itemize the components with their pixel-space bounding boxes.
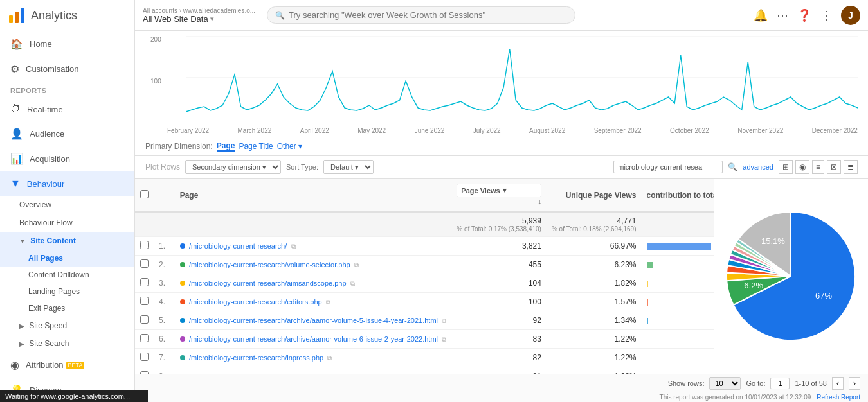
page-link[interactable]: /microbiology-current-research/editors.p… (189, 298, 322, 306)
data-table: Page Page Views ▾ ↓ Unique Page Views c (135, 179, 714, 374)
search-input[interactable] (289, 10, 567, 20)
row-checkbox[interactable] (140, 353, 149, 361)
row-chart (642, 237, 714, 256)
sidebar-sub-overview[interactable]: Overview (0, 196, 134, 214)
sidebar-sub-behaviour-flow[interactable]: Behaviour Flow (0, 214, 134, 232)
plot-rows-button[interactable]: Plot Rows (145, 162, 180, 171)
sidebar-sub-site-speed[interactable]: ▶ Site Speed (0, 317, 134, 335)
pv-dropdown[interactable]: Page Views ▾ (457, 184, 541, 197)
external-link-icon: ⧉ (326, 299, 330, 306)
sidebar-item-home[interactable]: 🏠 Home (0, 31, 134, 57)
row-page: /microbiology-current-research/aimsandsc… (175, 274, 452, 293)
sort-type-select[interactable]: Default ▾ (323, 160, 374, 174)
row-upv: 1.34% (547, 311, 642, 330)
page-link[interactable]: /microbiology-current-research/inpress.p… (189, 354, 323, 362)
search-filter-icon[interactable]: 🔍 (728, 162, 737, 171)
breadcrumb-bottom[interactable]: All Web Site Data ▾ (143, 14, 255, 24)
page-link[interactable]: /microbiology-current-research/archive/a… (189, 317, 438, 324)
bottom-bar: Show rows: 102550100 Go to: 1-10 of 58 ‹… (135, 374, 868, 392)
help-icon[interactable]: ❓ (797, 8, 811, 22)
avatar[interactable]: J (841, 6, 860, 25)
sidebar: Analytics 🏠 Home ⚙ Customisation REPORTS… (0, 0, 135, 402)
sidebar-sub-landing-pages[interactable]: Landing Pages (0, 283, 134, 300)
notification-icon[interactable]: 🔔 (754, 8, 768, 22)
row-page: /microbiology-current-research/inpress.p… (175, 349, 452, 367)
th-contribution: contribution to total: Unique Page Views… (642, 179, 714, 212)
sidebar-sub-all-pages[interactable]: All Pages (0, 250, 134, 267)
main-content: All accounts › www.alliedacademies.o... … (135, 0, 868, 402)
sidebar-item-attribution[interactable]: ◉ Attribution BETA (0, 353, 134, 378)
secondary-dimension-select[interactable]: Secondary dimension ▾ (185, 160, 281, 174)
row-upv: 1.22% (547, 330, 642, 349)
row-checkbox[interactable] (140, 315, 149, 324)
sidebar-sub-content-drilldown[interactable]: Content Drilldown (0, 267, 134, 283)
goto-input[interactable] (770, 378, 790, 389)
row-color-dot (180, 355, 185, 360)
dim-other-link[interactable]: Other ▾ (277, 142, 302, 151)
list-view-button[interactable]: ≡ (812, 160, 824, 174)
page-link[interactable]: /microbiology-current-research/aimsandsc… (189, 279, 347, 287)
pie-view-button[interactable]: ◉ (795, 160, 809, 174)
refresh-report-link[interactable]: Refresh Report (817, 394, 860, 401)
row-checkbox[interactable] (140, 334, 149, 342)
prev-page-button[interactable]: ‹ (832, 377, 844, 390)
bar-chart (647, 336, 648, 343)
row-chart (642, 330, 714, 349)
sidebar-item-acquisition[interactable]: 📊 Acquisition (0, 146, 134, 171)
home-icon: 🏠 (10, 38, 23, 50)
attribution-icon: ◉ (10, 359, 19, 371)
row-color-dot (180, 243, 185, 249)
more-icon[interactable]: ⋮ (820, 8, 832, 22)
customisation-icon: ⚙ (10, 63, 19, 75)
apps-icon[interactable]: ⋯ (777, 8, 788, 22)
pv-sort-button[interactable]: ↓ (538, 197, 541, 206)
analytics-logo-icon (8, 6, 26, 24)
sidebar-sub-site-search[interactable]: ▶ Site Search (0, 335, 134, 353)
row-pv: 92 (451, 311, 547, 330)
page-link[interactable]: /microbiology-current-research/archive/a… (189, 335, 438, 343)
search-icon: 🔍 (275, 11, 285, 20)
show-rows-select[interactable]: 102550100 (709, 377, 741, 390)
expand-icon: ▼ (19, 238, 26, 245)
table-row: 7. /microbiology-current-research/inpres… (135, 349, 714, 367)
sidebar-attribution-label: Attribution (26, 360, 64, 370)
sidebar-item-behaviour[interactable]: ▼ Behaviour (0, 171, 134, 196)
row-num: 5. (154, 311, 175, 330)
row-checkbox[interactable] (140, 241, 149, 249)
acquisition-icon: 📊 (10, 153, 23, 165)
sidebar-item-customisation[interactable]: ⚙ Customisation (0, 57, 134, 82)
sidebar-sub-site-content[interactable]: ▼ Site Content (0, 232, 134, 250)
row-page: /microbiology-current-research/volume-se… (175, 256, 452, 274)
sidebar-item-realtime[interactable]: ⏱ Real-time (0, 97, 134, 121)
page-link[interactable]: /microbiology-current-research/ (189, 242, 287, 250)
search-filter-input[interactable] (613, 161, 723, 173)
row-checkbox[interactable] (140, 259, 149, 268)
sidebar-sub-exit-pages[interactable]: Exit Pages (0, 300, 134, 317)
row-checkbox[interactable] (140, 297, 149, 305)
select-all-checkbox[interactable] (140, 190, 149, 198)
table-row: 6. /microbiology-current-research/archiv… (135, 330, 714, 349)
pivot-view-button[interactable]: ⊠ (827, 160, 841, 174)
dim-page-title-link[interactable]: Page Title (239, 142, 273, 151)
line-chart (186, 36, 858, 119)
page-link[interactable]: /microbiology-current-research/volume-se… (189, 261, 350, 268)
dim-page-link[interactable]: Page (217, 141, 235, 152)
realtime-icon: ⏱ (10, 103, 21, 115)
row-checkbox[interactable] (140, 278, 149, 286)
advanced-link[interactable]: advanced (743, 163, 773, 171)
reports-section-label: REPORTS (0, 82, 134, 97)
row-color-dot (180, 281, 185, 286)
row-pv: 82 (451, 349, 547, 367)
total-upv: 4,771 % of Total: 0.18% (2,694,169) (547, 212, 642, 237)
row-pv: 81 (451, 367, 547, 374)
custom-view-button[interactable]: ≣ (844, 160, 858, 174)
sidebar-acquisition-label: Acquisition (30, 154, 70, 164)
search-bar[interactable]: 🔍 (267, 6, 575, 24)
row-num: 1. (154, 237, 175, 256)
grid-view-button[interactable]: ⊞ (779, 160, 793, 174)
external-link-icon: ⧉ (350, 280, 355, 287)
row-pv: 100 (451, 293, 547, 311)
bar-chart (647, 299, 648, 306)
next-page-button[interactable]: › (849, 377, 860, 390)
sidebar-item-audience[interactable]: 👤 Audience (0, 121, 134, 146)
